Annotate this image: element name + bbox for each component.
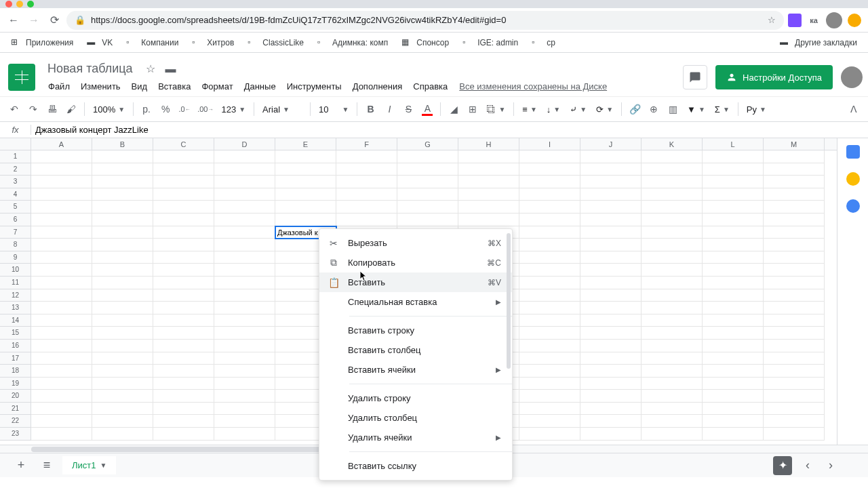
bold-button[interactable]: B [361, 100, 379, 118]
cell-K14[interactable] [642, 314, 703, 327]
cell-I15[interactable] [519, 327, 580, 340]
forward-button[interactable]: → [26, 12, 42, 28]
cell-L14[interactable] [703, 314, 764, 327]
row-header-21[interactable]: 21 [0, 403, 31, 415]
cell-J19[interactable] [580, 378, 642, 390]
cell-B20[interactable] [92, 390, 153, 403]
cell-C18[interactable] [153, 365, 214, 378]
cell-C16[interactable] [153, 340, 214, 352]
cell-L7[interactable] [703, 226, 764, 239]
cell-L18[interactable] [703, 365, 764, 378]
cell-B17[interactable] [92, 352, 153, 365]
cell-C12[interactable] [153, 289, 214, 302]
cell-G5[interactable] [397, 201, 458, 214]
cell-L17[interactable] [703, 352, 764, 365]
bookmark-item[interactable]: ▫IGE: admin [457, 35, 524, 51]
cell-I17[interactable] [519, 352, 580, 365]
script-button[interactable]: Py▼ [743, 104, 770, 115]
move-folder-icon[interactable]: ▬ [164, 62, 178, 76]
cell-J13[interactable] [580, 302, 642, 314]
cell-F5[interactable] [336, 201, 397, 214]
cell-H5[interactable] [458, 201, 519, 214]
cell-D23[interactable] [214, 428, 275, 441]
bookmark-item[interactable]: ▫ClassicLike [242, 35, 309, 51]
cell-A20[interactable] [31, 390, 92, 403]
font-family-select[interactable]: Arial▼ [258, 104, 306, 115]
cell-I4[interactable] [519, 188, 580, 201]
cell-K15[interactable] [642, 327, 703, 340]
cell-E5[interactable] [275, 201, 336, 214]
cell-J17[interactable] [580, 352, 642, 365]
font-size-select[interactable]: 10▼ [315, 104, 353, 115]
cell-D17[interactable] [214, 352, 275, 365]
increase-decimal-button[interactable]: .00→ [195, 100, 216, 118]
cell-K19[interactable] [642, 378, 703, 390]
cell-M8[interactable] [764, 239, 825, 251]
cell-J15[interactable] [580, 327, 642, 340]
cell-M10[interactable] [764, 264, 825, 277]
cell-C7[interactable] [153, 226, 214, 239]
cell-G6[interactable] [397, 214, 458, 226]
cell-C9[interactable] [153, 251, 214, 264]
context-menu-item[interactable]: Удалить ячейки▶ [319, 428, 512, 447]
cell-J9[interactable] [580, 251, 642, 264]
cell-I19[interactable] [519, 378, 580, 390]
row-header-3[interactable]: 3 [0, 176, 31, 188]
percent-button[interactable]: % [157, 100, 174, 118]
cell-D3[interactable] [214, 176, 275, 188]
cell-D16[interactable] [214, 340, 275, 352]
borders-button[interactable]: ⊞ [464, 100, 481, 118]
cell-B23[interactable] [92, 428, 153, 441]
bookmark-item[interactable]: ▫Хитров [186, 35, 239, 51]
cell-I16[interactable] [519, 340, 580, 352]
cell-I5[interactable] [519, 201, 580, 214]
row-header-13[interactable]: 13 [0, 302, 31, 314]
cell-K22[interactable] [642, 415, 703, 428]
menu-вставка[interactable]: Вставка [153, 79, 195, 94]
column-header-E[interactable]: E [275, 138, 336, 150]
row-header-10[interactable]: 10 [0, 264, 31, 277]
row-header-14[interactable]: 14 [0, 314, 31, 327]
cell-C6[interactable] [153, 214, 214, 226]
bookmark-item[interactable]: ⊞Приложения [5, 35, 79, 51]
cell-K21[interactable] [642, 403, 703, 415]
row-header-8[interactable]: 8 [0, 239, 31, 251]
cell-A12[interactable] [31, 289, 92, 302]
cell-C2[interactable] [153, 163, 214, 176]
row-header-18[interactable]: 18 [0, 365, 31, 378]
cell-K23[interactable] [642, 428, 703, 441]
row-header-22[interactable]: 22 [0, 415, 31, 428]
cell-L20[interactable] [703, 390, 764, 403]
cell-D22[interactable] [214, 415, 275, 428]
cell-J18[interactable] [580, 365, 642, 378]
cell-J11[interactable] [580, 277, 642, 289]
all-sheets-button[interactable]: ≡ [37, 455, 57, 476]
cell-M1[interactable] [764, 150, 825, 163]
sheet-nav-left[interactable]: ‹ [797, 455, 818, 476]
other-bookmarks[interactable]: ▬Другие закладки [774, 35, 863, 51]
context-menu-item[interactable]: Удалить столбец [319, 408, 512, 428]
sheet-tab-1[interactable]: Лист1 ▼ [62, 456, 116, 474]
column-header-D[interactable]: D [214, 138, 275, 150]
context-menu-item[interactable]: Вставить строку [319, 321, 512, 340]
cell-J4[interactable] [580, 188, 642, 201]
update-badge[interactable] [846, 12, 863, 28]
cell-A7[interactable] [31, 226, 92, 239]
cell-C1[interactable] [153, 150, 214, 163]
cell-F1[interactable] [336, 150, 397, 163]
paint-format-button[interactable]: 🖌 [62, 100, 80, 118]
cell-B13[interactable] [92, 302, 153, 314]
cell-A18[interactable] [31, 365, 92, 378]
bookmark-item[interactable]: ▬VK [81, 35, 118, 51]
cell-L10[interactable] [703, 264, 764, 277]
undo-button[interactable]: ↶ [5, 100, 23, 118]
menu-инструменты[interactable]: Инструменты [282, 79, 347, 94]
column-header-L[interactable]: L [703, 138, 764, 150]
cell-C5[interactable] [153, 201, 214, 214]
cell-A9[interactable] [31, 251, 92, 264]
column-header-K[interactable]: K [642, 138, 703, 150]
cell-C17[interactable] [153, 352, 214, 365]
cell-M14[interactable] [764, 314, 825, 327]
cell-J6[interactable] [580, 214, 642, 226]
cell-L19[interactable] [703, 378, 764, 390]
